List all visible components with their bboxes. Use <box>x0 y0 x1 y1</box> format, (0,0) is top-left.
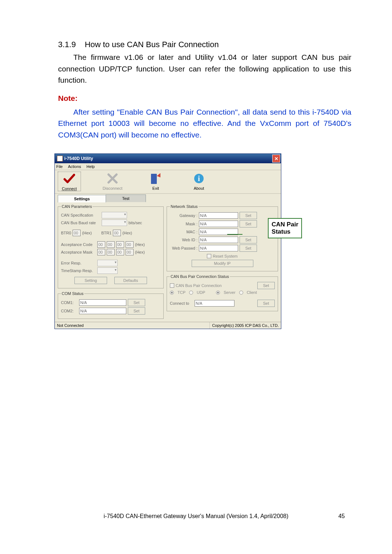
acc-mask-2[interactable]: 00 <box>116 249 124 255</box>
x-icon <box>107 172 118 185</box>
exit-button[interactable]: Exit <box>144 172 167 191</box>
defaults-button[interactable]: Defaults <box>114 277 147 284</box>
callout-line1: CAN Pair <box>271 221 298 228</box>
error-resp-dropdown[interactable] <box>97 260 118 266</box>
disconnect-label: Disconnect <box>103 186 122 190</box>
acc-code-hex: (Hex) <box>135 242 145 247</box>
app-icon <box>57 156 63 161</box>
can-baud-label: CAN Bus Baud rate <box>61 221 100 225</box>
intro-paragraph: The firmware v1.06 or later and Utility … <box>58 52 351 86</box>
webid-field[interactable]: N/A <box>199 237 238 243</box>
status-left: Not Connected <box>55 322 209 329</box>
note-paragraph: After setting "Enable CAN Bus Pair Conne… <box>58 106 351 141</box>
com1-set-button[interactable]: Set <box>128 299 145 306</box>
exit-label: Exit <box>152 186 159 190</box>
gateway-label: Gateway : <box>170 213 197 218</box>
statusbar: Not Connected Copyright(c) 2005 ICP DAS … <box>55 322 281 329</box>
acc-mask-1[interactable]: 00 <box>107 249 115 255</box>
ts-resp-label: TimeStamp Resp. <box>61 268 96 273</box>
acc-code-0[interactable]: 00 <box>97 241 105 248</box>
server-label: Server <box>224 290 235 295</box>
webid-label: Web ID : <box>170 238 197 242</box>
connect-label: Connect <box>62 186 77 191</box>
utility-window: i-7540D Utility ✕ File Actions Help Conn… <box>54 153 281 329</box>
acc-mask-3[interactable]: 00 <box>126 249 134 255</box>
btr0-field[interactable]: 00 <box>73 230 81 236</box>
mask-set-button[interactable]: Set <box>240 220 257 227</box>
door-icon <box>150 172 161 185</box>
acc-code-3[interactable]: 00 <box>126 241 134 248</box>
btr0-label: BTR0 <box>61 231 71 235</box>
modify-ip-button[interactable]: Modify IP <box>192 260 253 267</box>
acc-mask-0[interactable]: 00 <box>97 249 105 255</box>
callout-line2: Status <box>271 228 298 235</box>
network-status-legend: Network Status <box>170 204 199 209</box>
client-radio[interactable] <box>239 291 243 295</box>
network-status-group: Network Status Gateway : N/A Set Mask : … <box>167 204 278 271</box>
gateway-set-button[interactable]: Set <box>240 212 257 219</box>
window-title: i-7540D Utility <box>64 156 272 161</box>
client-label: Client <box>247 290 257 295</box>
can-spec-label: CAN Specification <box>61 213 100 217</box>
tab-test[interactable]: Test <box>106 194 146 202</box>
svg-rect-0 <box>151 174 157 184</box>
com-status-group: COM Status COM1: N/A Set COM2: N/A Set <box>58 291 164 319</box>
connect-set-button[interactable]: Set <box>257 300 275 307</box>
com2-set-button[interactable]: Set <box>128 307 145 315</box>
webid-set-button[interactable]: Set <box>240 236 257 243</box>
check-icon <box>63 172 75 186</box>
can-spec-dropdown[interactable] <box>102 212 127 218</box>
connect-to-label: Connect to <box>170 301 193 305</box>
svg-text:i: i <box>198 175 200 182</box>
webpw-set-button[interactable]: Set <box>240 245 257 252</box>
section-number: 3.1.9 <box>58 40 76 49</box>
btr1-label: BTR1 <box>101 231 111 235</box>
udp-radio[interactable] <box>189 291 193 295</box>
acc-code-label: Acceptance Code <box>61 242 96 247</box>
gateway-field[interactable]: N/A <box>199 212 238 219</box>
info-icon: i <box>193 172 204 185</box>
can-parameters-group: CAN Parameters CAN Specification CAN Bus… <box>58 204 164 288</box>
about-label: About <box>194 186 204 190</box>
tab-settings[interactable]: Settings <box>58 195 106 202</box>
webpw-field[interactable]: N/A <box>199 245 238 251</box>
server-radio[interactable] <box>216 291 220 295</box>
note-label: Note: <box>58 94 351 103</box>
close-icon[interactable]: ✕ <box>272 155 280 163</box>
connect-button[interactable]: Connect <box>58 172 81 191</box>
menu-actions[interactable]: Actions <box>68 164 81 169</box>
acc-code-1[interactable]: 00 <box>107 241 115 248</box>
page-number: 45 <box>338 513 345 520</box>
menu-help[interactable]: Help <box>86 164 95 169</box>
pair-set-button[interactable]: Set <box>257 282 275 289</box>
com2-field[interactable]: N/A <box>79 308 126 314</box>
callout-box: CAN Pair Status <box>268 218 302 238</box>
udp-label: UDP <box>197 290 205 295</box>
titlebar: i-7540D Utility ✕ <box>55 154 281 163</box>
about-button[interactable]: i About <box>187 172 211 191</box>
pair-enable-label: CAN Bus Pair Connection <box>176 283 256 288</box>
status-right: Copyright(c) 2005 ICP DAS Co., LTD. <box>209 322 281 329</box>
toolbar: Connect Disconnect Exit i <box>55 170 281 194</box>
btr1-field[interactable]: 00 <box>113 230 121 236</box>
tcp-radio[interactable] <box>170 291 174 295</box>
setting-button[interactable]: Setting <box>74 277 107 284</box>
btr0-hex: (Hex) <box>82 231 92 235</box>
acc-mask-label: Acceptance Mask <box>61 250 96 254</box>
com2-label: COM2: <box>61 309 78 313</box>
disconnect-button[interactable]: Disconnect <box>101 172 124 191</box>
mask-field[interactable]: N/A <box>199 221 238 227</box>
baud-unit: bits/sec <box>128 221 142 225</box>
menu-file[interactable]: File <box>56 164 63 169</box>
reset-checkbox[interactable] <box>207 254 211 258</box>
acc-code-2[interactable]: 00 <box>116 241 124 248</box>
can-pair-legend: CAN Bus Pair Connection Status <box>170 274 230 279</box>
reset-label: Reset System <box>213 254 237 258</box>
com1-field[interactable]: N/A <box>79 299 126 306</box>
ts-resp-dropdown[interactable] <box>97 267 118 274</box>
tabbar: Settings Test <box>55 194 281 202</box>
connect-to-field[interactable]: N/A <box>195 300 234 307</box>
can-baud-dropdown[interactable] <box>102 219 127 226</box>
pair-enable-checkbox[interactable] <box>170 283 174 288</box>
btr1-hex: (Hex) <box>122 231 132 235</box>
